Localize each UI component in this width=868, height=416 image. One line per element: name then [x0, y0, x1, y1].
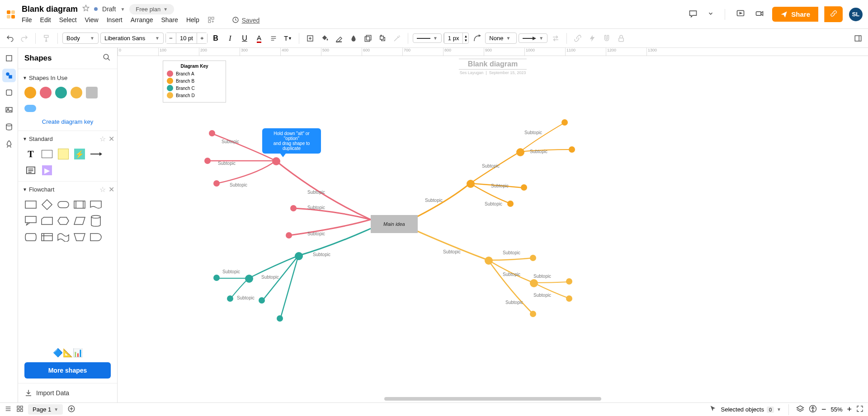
insert-shape-icon[interactable]	[304, 32, 316, 45]
chevron-down-icon[interactable]	[706, 9, 716, 20]
line-width-down[interactable]: ▼	[464, 38, 467, 42]
menu-view[interactable]: View	[85, 16, 99, 25]
zoom-out-icon[interactable]: −	[821, 405, 826, 414]
zoom-level[interactable]: 55%	[830, 406, 842, 413]
action-icon[interactable]	[586, 32, 599, 45]
font-size-decrease[interactable]: −	[166, 33, 176, 43]
branch-c-sub[interactable]	[245, 275, 253, 283]
cursor-icon[interactable]	[709, 405, 717, 414]
pin-icon[interactable]: ☆	[99, 135, 106, 143]
undo-icon[interactable]	[4, 32, 16, 45]
flowchart-card[interactable]	[41, 215, 53, 227]
branch-b-sub[interactable]	[516, 148, 524, 156]
flowchart-predefined[interactable]	[73, 198, 86, 211]
flowchart-terminator[interactable]	[57, 198, 70, 211]
flowchart-delay[interactable]	[90, 231, 102, 243]
close-section-icon[interactable]: ✕	[108, 185, 114, 194]
close-section-icon[interactable]: ✕	[108, 135, 114, 143]
cloud-shape[interactable]	[24, 105, 36, 112]
line-curve-icon[interactable]	[471, 32, 483, 45]
format-painter-icon[interactable]	[40, 32, 53, 45]
saved-label[interactable]: Saved	[242, 17, 260, 24]
branch-b-node[interactable]	[467, 180, 475, 188]
font-size-value[interactable]: 10 pt	[176, 33, 197, 43]
branch-c-sub[interactable]	[277, 315, 283, 322]
branch-b-leaf[interactable]	[569, 146, 575, 153]
lock-icon[interactable]	[615, 32, 627, 45]
flowchart-process[interactable]	[24, 198, 37, 211]
menu-select[interactable]: Select	[59, 16, 77, 25]
text-shape[interactable]: T	[24, 148, 37, 160]
section-standard[interactable]: ▼ Standard	[18, 133, 57, 145]
flowchart-decision[interactable]	[41, 198, 53, 211]
rail-image-icon[interactable]	[2, 103, 16, 117]
media-shape[interactable]: ▶	[41, 164, 53, 177]
flowchart-callout[interactable]	[24, 215, 37, 227]
branch-a-sub[interactable]	[286, 232, 292, 238]
apps-icon[interactable]	[208, 16, 215, 25]
line-width-value[interactable]: 1 px	[444, 33, 463, 43]
underline-icon[interactable]: U	[238, 32, 251, 45]
arrow-shape[interactable]	[90, 148, 102, 160]
favorite-star-icon[interactable]	[82, 5, 90, 14]
sticky-note-shape[interactable]	[57, 148, 70, 160]
present-icon[interactable]	[734, 7, 747, 21]
fill-color-icon[interactable]	[318, 32, 331, 45]
menu-file[interactable]: File	[22, 16, 32, 25]
status-dropdown-icon[interactable]: ▼	[120, 7, 125, 12]
canvas-header[interactable]: Blank diagram Ses Layugan | September 15…	[459, 59, 527, 75]
branch-d-sub[interactable]	[530, 311, 536, 317]
color-swatch-gray[interactable]	[86, 87, 98, 98]
copy-style-icon[interactable]	[376, 32, 389, 45]
menu-insert[interactable]: Insert	[107, 16, 123, 25]
branch-c-leaf[interactable]	[213, 275, 220, 281]
flowchart-manual[interactable]	[73, 231, 86, 243]
share-link-button[interactable]	[824, 6, 843, 22]
main-idea-node[interactable]: Main idea	[371, 215, 418, 233]
rail-data-icon[interactable]	[2, 120, 16, 134]
list-shape[interactable]	[24, 164, 37, 177]
grid-view-icon[interactable]	[16, 405, 24, 414]
selected-objects[interactable]: Selected objects 0 ▼	[721, 406, 781, 413]
menu-edit[interactable]: Edit	[40, 16, 51, 25]
canvas[interactable]: 0100200300400500600700800900100011001200…	[118, 48, 868, 402]
branch-d-sub[interactable]	[530, 255, 536, 261]
more-shapes-button[interactable]: More shapes	[24, 362, 111, 379]
flowchart-database[interactable]	[90, 215, 102, 227]
comments-icon[interactable]	[687, 7, 699, 21]
branch-c-sub[interactable]	[259, 297, 265, 304]
border-fill-icon[interactable]	[347, 32, 360, 45]
menu-help[interactable]: Help	[186, 16, 199, 25]
magnet-icon[interactable]	[600, 32, 613, 45]
branch-b-sub[interactable]	[521, 184, 527, 191]
zoom-in-icon[interactable]: +	[847, 405, 852, 414]
rail-select-icon[interactable]	[2, 51, 16, 65]
fullscreen-icon[interactable]	[856, 405, 863, 414]
video-icon[interactable]	[753, 7, 766, 21]
flowchart-storage[interactable]	[24, 231, 37, 243]
branch-a-sub[interactable]	[290, 205, 297, 211]
link-icon[interactable]	[571, 32, 584, 45]
border-color-icon[interactable]	[333, 32, 345, 45]
diagram-key-box[interactable]: Diagram Key Branch A Branch B Branch C B…	[163, 61, 226, 103]
color-swatch-orange[interactable]	[24, 87, 36, 98]
menu-arrange[interactable]: Arrange	[131, 16, 153, 25]
user-avatar[interactable]: SL	[849, 8, 863, 21]
align-icon[interactable]	[267, 32, 280, 45]
color-swatch-teal[interactable]	[55, 87, 67, 98]
list-view-icon[interactable]	[5, 405, 12, 414]
rail-shapes-icon[interactable]	[2, 69, 16, 82]
flowchart-data[interactable]	[73, 215, 86, 227]
layers-icon[interactable]	[796, 405, 804, 414]
layers-shape-icon[interactable]	[362, 32, 374, 45]
magic-wand-icon[interactable]	[391, 32, 403, 45]
branch-d-sub[interactable]	[530, 279, 538, 287]
style-select[interactable]: Body ▼	[62, 33, 99, 44]
color-swatch-yellow[interactable]	[71, 87, 82, 98]
accessibility-icon[interactable]	[809, 405, 817, 414]
branch-d-leaf[interactable]	[566, 278, 572, 285]
branch-c-node[interactable]	[295, 252, 303, 260]
section-shapes-in-use[interactable]: ▼ Shapes In Use	[18, 72, 117, 84]
branch-c-leaf[interactable]	[227, 295, 233, 302]
page-selector[interactable]: Page 1 ▼	[28, 404, 63, 415]
